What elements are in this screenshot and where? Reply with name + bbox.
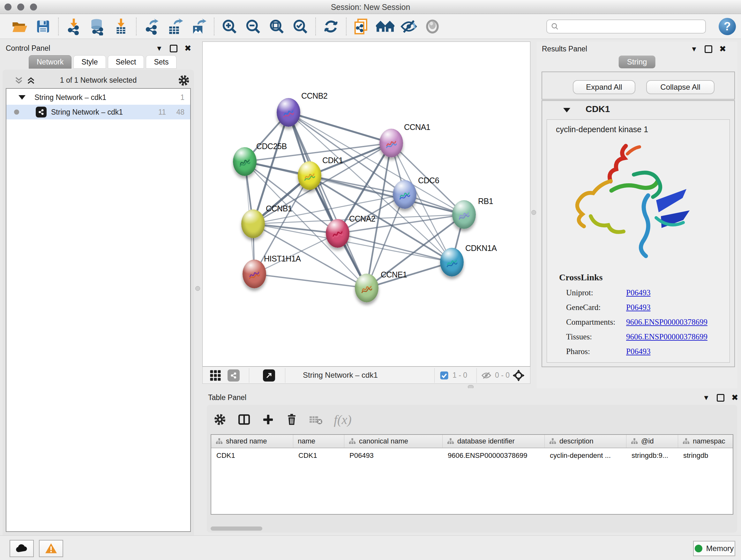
crosslink-link[interactable]: P06493 (626, 347, 650, 356)
column-tree-icon (216, 438, 223, 445)
table-row[interactable]: CDK1CDK1P064939606.ENSP00000378699cyclin… (211, 448, 733, 463)
column-header-description[interactable]: description (545, 435, 626, 448)
table-cell[interactable]: cyclin-dependent ... (545, 448, 626, 463)
search-icon (551, 22, 559, 30)
network-node-CCNA1[interactable] (380, 129, 403, 158)
search-input[interactable] (546, 19, 706, 34)
column-header-name[interactable]: name (293, 435, 344, 448)
show-all-icon[interactable] (422, 17, 442, 37)
crosslink-link[interactable]: P06493 (626, 303, 650, 312)
zoom-in-icon[interactable] (219, 17, 239, 37)
right-splitter-handle[interactable] (531, 210, 536, 215)
node-table[interactable]: shared namenamecanonical namedatabase id… (211, 434, 733, 515)
crosslink-link[interactable]: 9606.ENSP00000378699 (626, 318, 708, 327)
open-session-icon[interactable] (10, 17, 29, 37)
node-label-CCNB2: CCNB2 (301, 91, 327, 101)
collapse-all-button[interactable]: Collapse All (646, 80, 715, 94)
network-canvas[interactable]: CCNB2CCNA1CDC25BCDK1CDC6RB1CCNB1CCNA2CDK… (202, 42, 530, 367)
delete-column-icon[interactable] (285, 413, 298, 426)
network-node-CCNB1[interactable] (241, 209, 265, 238)
export-table-icon[interactable] (165, 17, 185, 37)
table-cell[interactable]: P06493 (344, 448, 443, 463)
network-edge[interactable] (288, 112, 391, 143)
column-header-canonical-name[interactable]: canonical name (344, 435, 443, 448)
close-panel-icon[interactable]: ✖ (731, 393, 738, 402)
save-session-icon[interactable] (33, 17, 53, 37)
tab-sets[interactable]: Sets (146, 55, 177, 69)
collapse-entry-icon[interactable] (563, 108, 570, 112)
refresh-icon[interactable] (321, 17, 341, 37)
table-cell[interactable]: CDK1 (211, 448, 293, 463)
panel-menu-icon[interactable]: ▼ (690, 45, 697, 53)
first-neighbors-icon[interactable] (375, 17, 395, 37)
gear-icon[interactable] (213, 413, 226, 426)
network-edge[interactable] (254, 274, 367, 288)
panel-menu-icon[interactable]: ▼ (703, 394, 710, 402)
zoom-out-icon[interactable] (243, 17, 263, 37)
tab-string[interactable]: String (619, 56, 656, 68)
cloud-button[interactable] (10, 540, 34, 557)
panel-menu-icon[interactable]: ▼ (156, 44, 163, 53)
gear-icon[interactable] (178, 74, 190, 87)
gene-header[interactable]: CDK1 (542, 101, 734, 119)
close-panel-icon[interactable]: ✖ (185, 44, 192, 53)
function-builder-icon[interactable]: f(x) (334, 412, 352, 427)
network-node-CCNA2[interactable] (326, 219, 349, 248)
warning-button[interactable] (39, 540, 63, 557)
network-node-RB1[interactable] (452, 200, 476, 229)
table-cell[interactable]: stringdb:9... (626, 448, 678, 463)
tab-select[interactable]: Select (108, 55, 144, 69)
import-network-icon[interactable] (64, 17, 84, 37)
selected-checkbox-icon[interactable] (440, 371, 449, 380)
expand-all-button[interactable]: Expand All (573, 80, 635, 94)
zoom-fit-icon[interactable] (267, 17, 286, 37)
memory-button[interactable]: Memory (693, 541, 735, 556)
show-columns-icon[interactable] (238, 413, 251, 426)
network-node-HIST1H1A[interactable] (243, 260, 266, 288)
import-network-database-icon[interactable] (87, 17, 107, 37)
column-header-namespac[interactable]: namespac (678, 435, 733, 448)
table-cell[interactable]: stringdb (678, 448, 733, 463)
float-panel-icon[interactable] (704, 45, 712, 53)
left-splitter-handle[interactable] (195, 286, 200, 291)
column-header-shared-name[interactable]: shared name (211, 435, 293, 448)
tab-network[interactable]: Network (29, 55, 71, 69)
hide-selection-icon[interactable] (399, 17, 419, 37)
collection-expand-icon[interactable] (18, 95, 25, 100)
detach-view-icon[interactable] (263, 369, 275, 381)
import-table-icon[interactable] (111, 17, 131, 37)
hidden-eye-icon[interactable] (481, 370, 492, 381)
add-column-icon[interactable] (262, 413, 274, 426)
network-node-CCNE1[interactable] (355, 273, 379, 302)
birdseye-view-icon[interactable] (512, 369, 525, 382)
network-node-CDC25B[interactable] (233, 147, 257, 176)
network-node-CDKN1A[interactable] (440, 248, 464, 276)
string-view-icon[interactable] (227, 369, 240, 381)
search-field[interactable] (559, 22, 696, 30)
help-icon[interactable]: ? (719, 18, 736, 35)
network-row-selected[interactable]: String Network – cdk1 11 48 (6, 105, 190, 119)
column-header--id[interactable]: @id (626, 435, 678, 448)
network-node-CCNB2[interactable] (277, 98, 300, 127)
export-network-icon[interactable] (142, 17, 161, 37)
crosslink-link[interactable]: 9606.ENSP00000378699 (626, 332, 708, 341)
table-cell[interactable]: CDK1 (293, 448, 344, 463)
network-collection-row[interactable]: String Network – cdk1 1 (6, 90, 190, 105)
delete-table-icon[interactable] (309, 413, 323, 426)
network-edge[interactable] (254, 233, 338, 274)
export-image-icon[interactable] (189, 17, 209, 37)
close-panel-icon[interactable]: ✖ (719, 44, 726, 54)
zoom-selected-icon[interactable] (290, 17, 310, 37)
crosslink-link[interactable]: P06493 (626, 288, 650, 297)
network-node-CDC6[interactable] (393, 180, 416, 209)
clone-network-icon[interactable] (352, 17, 372, 37)
network-edge[interactable] (367, 262, 452, 288)
network-node-CDK1[interactable] (298, 161, 321, 190)
tab-style[interactable]: Style (73, 55, 106, 69)
table-cell[interactable]: 9606.ENSP00000378699 (443, 448, 545, 463)
float-panel-icon[interactable] (170, 45, 178, 52)
column-header-database-identifier[interactable]: database identifier (443, 435, 545, 448)
float-panel-icon[interactable] (717, 394, 724, 401)
horizontal-scrollbar[interactable] (211, 526, 262, 531)
grid-view-icon[interactable] (210, 370, 221, 381)
